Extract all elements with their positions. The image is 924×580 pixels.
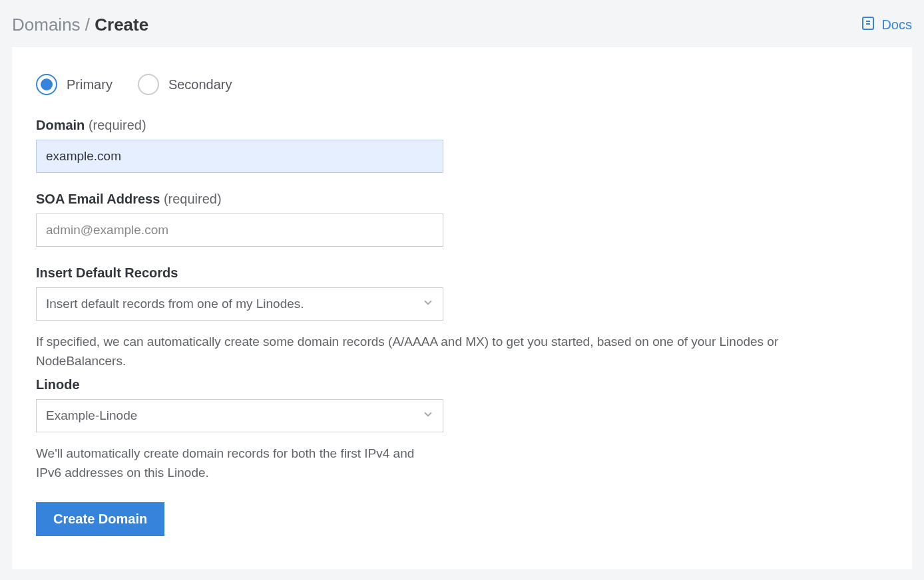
radio-circle-icon	[36, 74, 57, 95]
linode-label: Linode	[36, 377, 888, 392]
breadcrumb-current: Create	[95, 15, 148, 35]
domain-label-required: (required)	[85, 118, 146, 132]
docs-icon	[860, 15, 876, 35]
linode-help-text: We'll automatically create domain record…	[36, 444, 435, 482]
domain-label: Domain (required)	[36, 118, 888, 133]
linode-select-value: Example-Linode	[36, 399, 443, 432]
radio-primary-label: Primary	[67, 77, 113, 92]
default-records-help-text: If specified, we can automatically creat…	[36, 333, 835, 370]
soa-email-input[interactable]	[36, 214, 443, 247]
breadcrumb: Domains / Create	[12, 15, 148, 35]
soa-label-required: (required)	[160, 192, 221, 206]
breadcrumb-separator: /	[81, 15, 95, 35]
domain-type-radio-group: Primary Secondary	[36, 74, 888, 95]
default-records-field-group: Insert Default Records Insert default re…	[36, 265, 888, 370]
soa-field-group: SOA Email Address (required)	[36, 192, 888, 247]
default-records-select[interactable]: Insert default records from one of my Li…	[36, 287, 443, 321]
soa-label: SOA Email Address (required)	[36, 192, 888, 207]
domain-label-bold: Domain	[36, 118, 85, 132]
radio-circle-icon	[138, 74, 159, 95]
default-records-label-text: Insert Default Records	[36, 265, 178, 280]
radio-dot-icon	[41, 78, 53, 90]
domain-input[interactable]	[36, 140, 443, 173]
docs-label: Docs	[881, 17, 912, 33]
radio-secondary-label: Secondary	[168, 77, 232, 92]
domain-field-group: Domain (required)	[36, 118, 888, 173]
page-header: Domains / Create Docs	[0, 0, 924, 47]
default-records-select-value: Insert default records from one of my Li…	[36, 287, 443, 321]
linode-select[interactable]: Example-Linode	[36, 399, 443, 432]
soa-label-bold: SOA Email Address	[36, 192, 160, 206]
form-card: Primary Secondary Domain (required) SOA …	[12, 47, 912, 569]
radio-primary[interactable]: Primary	[36, 74, 113, 95]
docs-link[interactable]: Docs	[860, 15, 912, 35]
create-domain-button[interactable]: Create Domain	[36, 502, 164, 536]
breadcrumb-parent[interactable]: Domains	[12, 15, 81, 35]
radio-secondary[interactable]: Secondary	[138, 74, 232, 95]
default-records-label: Insert Default Records	[36, 265, 888, 281]
